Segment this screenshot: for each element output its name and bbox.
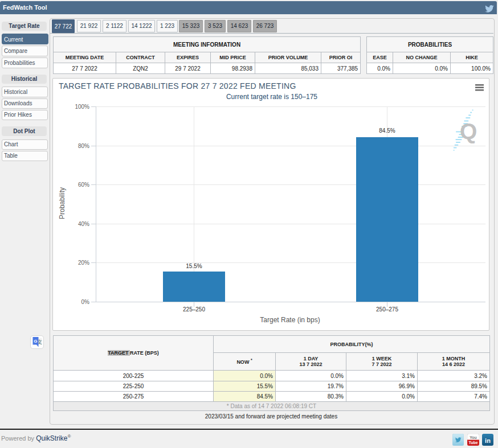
svg-text:60%: 60% <box>78 182 89 188</box>
svg-text:20%: 20% <box>78 260 89 266</box>
svg-text:80%: 80% <box>78 143 89 149</box>
svg-text:250–275: 250–275 <box>376 306 398 313</box>
svg-text:Current target rate is 150–175: Current target rate is 150–175 <box>226 93 317 101</box>
svg-text:100%: 100% <box>75 104 89 110</box>
svg-text:Tube: Tube <box>468 441 477 445</box>
svg-text:15.5%: 15.5% <box>186 263 202 269</box>
svg-text:Probability: Probability <box>58 187 66 219</box>
svg-text:84.5%: 84.5% <box>379 128 395 134</box>
svg-text:Q: Q <box>460 119 477 143</box>
svg-text:TARGET RATE PROBABILITIES FOR: TARGET RATE PROBABILITIES FOR 27 7 2022 … <box>59 81 296 91</box>
svg-text:Target Rate (in bps): Target Rate (in bps) <box>260 316 320 324</box>
svg-text:in: in <box>485 437 491 444</box>
svg-text:40%: 40% <box>78 221 89 227</box>
svg-text:You: You <box>470 435 477 439</box>
svg-text:225–250: 225–250 <box>183 306 205 313</box>
svg-text:G: G <box>34 339 37 344</box>
svg-text:0%: 0% <box>81 299 90 305</box>
